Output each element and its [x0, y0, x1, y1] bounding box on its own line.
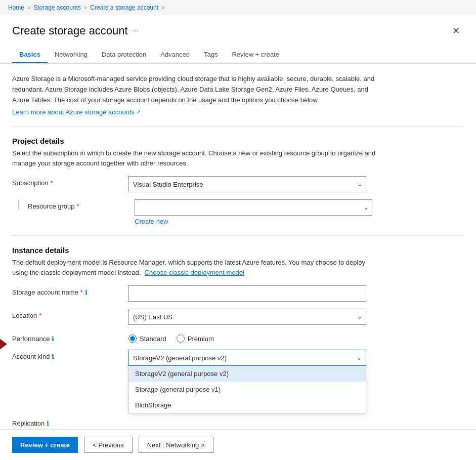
tab-data-protection[interactable]: Data protection	[95, 47, 153, 63]
location-required: *	[39, 312, 41, 319]
learn-more-link[interactable]: Learn more about Azure storage accounts …	[12, 108, 141, 116]
resource-group-label-wrap: Resource group *	[18, 199, 135, 210]
subscription-dropdown[interactable]: Visual Studio Enterprise ⌄	[128, 176, 366, 192]
account-kind-dropdown-open: StorageV2 (general purpose v2) ⌄ Storage…	[128, 350, 366, 366]
account-kind-dropdown-list: StorageV2 (general purpose v2) Storage (…	[128, 366, 366, 413]
performance-control: Standard Premium	[128, 332, 366, 343]
account-kind-arrow-icon: ⌄	[357, 354, 362, 361]
resource-group-row: Resource group * ⌄ Create new	[12, 199, 464, 225]
location-control: (US) East US ⌄	[128, 309, 366, 325]
replication-row: Replication ℹ	[12, 416, 464, 427]
panel-title: Create storage account	[12, 24, 128, 37]
account-kind-label: Account kind ℹ	[12, 350, 128, 360]
performance-standard-radio[interactable]	[128, 334, 137, 343]
storage-name-info-icon[interactable]: ℹ	[85, 288, 88, 296]
location-select[interactable]: (US) East US	[128, 309, 366, 325]
account-kind-info-icon[interactable]: ℹ	[52, 353, 54, 360]
account-kind-row: Account kind ℹ StorageV2 (general purpos…	[12, 350, 464, 366]
description-text: Azure Storage is a Microsoft-managed ser…	[12, 74, 376, 105]
subscription-select[interactable]: Visual Studio Enterprise	[128, 176, 366, 192]
tab-review-create[interactable]: Review + create	[225, 47, 286, 63]
replication-info-icon[interactable]: ℹ	[47, 420, 49, 427]
location-dropdown[interactable]: (US) East US ⌄	[128, 309, 366, 325]
instance-details-desc: The default deployment model is Resource…	[12, 258, 376, 277]
panel-title-group: Create storage account ···	[12, 24, 139, 37]
breadcrumb-storage-accounts[interactable]: Storage accounts	[33, 4, 80, 11]
tab-advanced[interactable]: Advanced	[153, 47, 197, 63]
arrow-right-annotation	[0, 333, 7, 355]
storage-name-required: *	[80, 288, 83, 296]
tab-networking[interactable]: Networking	[48, 47, 95, 63]
classic-deployment-link[interactable]: Choose classic deployment model	[145, 269, 244, 276]
bottom-bar: Review + create < Previous Next : Networ…	[0, 429, 476, 460]
performance-standard-label: Standard	[140, 335, 166, 343]
instance-details-title: Instance details	[12, 246, 464, 255]
main-panel: Create storage account ··· ✕ Basics Netw…	[0, 15, 476, 445]
performance-premium-label: Premium	[188, 335, 214, 343]
project-details-desc: Select the subscription in which to crea…	[12, 148, 376, 168]
performance-label: Performance ℹ	[12, 332, 128, 343]
divider-2	[12, 235, 464, 236]
subscription-required: *	[51, 179, 53, 187]
resource-group-select[interactable]	[135, 199, 372, 216]
project-details-title: Project details	[12, 137, 464, 145]
performance-radio-group: Standard Premium	[128, 332, 366, 343]
performance-info-icon[interactable]: ℹ	[52, 335, 54, 343]
breadcrumb-sep-2: >	[84, 5, 87, 11]
page-container: Home > Storage accounts > Create a stora…	[0, 0, 476, 460]
account-kind-option-blobstorage[interactable]: BlobStorage	[129, 397, 366, 413]
content-area: Azure Storage is a Microsoft-managed ser…	[0, 64, 476, 444]
close-button[interactable]: ✕	[448, 23, 464, 38]
performance-premium-option[interactable]: Premium	[177, 334, 214, 343]
panel-header: Create storage account ··· ✕	[0, 15, 476, 43]
account-kind-option-storage-v1[interactable]: Storage (general purpose v1)	[129, 382, 366, 397]
performance-row: Performance ℹ Standard Premium	[12, 332, 464, 343]
tabs-container: Basics Networking Data protection Advanc…	[0, 47, 476, 64]
resource-group-required: *	[77, 202, 79, 210]
replication-label: Replication ℹ	[12, 416, 128, 427]
subscription-row: Subscription * Visual Studio Enterprise …	[12, 176, 464, 192]
storage-name-row: Storage account name * ℹ	[12, 285, 464, 302]
previous-button[interactable]: < Previous	[84, 437, 133, 453]
account-kind-option-storagev2[interactable]: StorageV2 (general purpose v2)	[129, 366, 366, 382]
resource-group-control: ⌄ Create new	[135, 199, 372, 225]
storage-name-input[interactable]	[128, 285, 366, 302]
account-kind-dropdown-header[interactable]: StorageV2 (general purpose v2) ⌄	[128, 350, 366, 366]
breadcrumb: Home > Storage accounts > Create a stora…	[0, 0, 476, 15]
account-kind-selected-value: StorageV2 (general purpose v2)	[133, 354, 357, 362]
tab-basics[interactable]: Basics	[12, 47, 48, 63]
performance-standard-option[interactable]: Standard	[128, 334, 166, 343]
storage-name-control	[128, 285, 366, 302]
panel-title-dots[interactable]: ···	[132, 26, 139, 35]
subscription-control: Visual Studio Enterprise ⌄	[128, 176, 366, 192]
location-label: Location *	[12, 309, 128, 319]
storage-name-label: Storage account name * ℹ	[12, 285, 128, 296]
performance-premium-radio[interactable]	[177, 334, 185, 343]
external-link-icon: ↗	[136, 109, 141, 115]
breadcrumb-home[interactable]: Home	[8, 4, 24, 11]
create-new-link[interactable]: Create new	[135, 218, 372, 225]
next-networking-button[interactable]: Next : Networking >	[139, 437, 213, 453]
resource-group-dropdown[interactable]: ⌄	[135, 199, 372, 216]
account-kind-control: StorageV2 (general purpose v2) ⌄ Storage…	[128, 350, 366, 366]
subscription-label: Subscription *	[12, 176, 128, 187]
divider-1	[12, 126, 464, 127]
location-row: Location * (US) East US ⌄	[12, 309, 464, 325]
learn-more-label: Learn more about Azure storage accounts	[12, 108, 135, 116]
breadcrumb-sep-1: >	[27, 5, 30, 11]
review-create-button[interactable]: Review + create	[12, 437, 78, 453]
tab-tags[interactable]: Tags	[197, 47, 225, 63]
breadcrumb-create-storage[interactable]: Create a storage account	[90, 4, 158, 11]
arrow-head-right	[0, 333, 7, 355]
breadcrumb-sep-3: >	[161, 5, 164, 11]
